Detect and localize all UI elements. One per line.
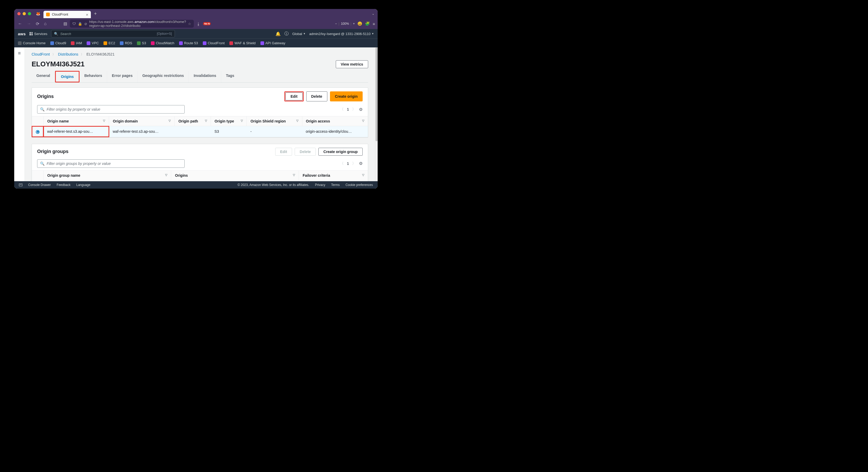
- col-origin-shield[interactable]: Origin Shield region▽: [247, 117, 302, 126]
- aws-search[interactable]: 🔍 Search [Option+S]: [51, 30, 175, 37]
- search-icon: 🔍: [40, 161, 44, 166]
- groups-filter-input[interactable]: 🔍 Filter origin groups by property or va…: [37, 159, 185, 168]
- tab-origins[interactable]: Origins: [56, 72, 79, 82]
- origin-row[interactable]: waf-referer-test.s3.ap-sou… waf-referer-…: [32, 126, 368, 137]
- notification-badge[interactable]: No N: [203, 22, 211, 25]
- services-menu[interactable]: Services: [30, 32, 48, 36]
- cookie-link[interactable]: Cookie preferences: [345, 183, 373, 187]
- language-link[interactable]: Language: [76, 183, 90, 187]
- nav-forward-icon[interactable]: →: [26, 20, 32, 27]
- filter-placeholder: Filter origins by property or value: [46, 107, 100, 112]
- svc-route53[interactable]: Route 53: [179, 41, 198, 45]
- drawer-icon[interactable]: [19, 184, 22, 186]
- tabs-overflow-icon[interactable]: ⌄: [372, 12, 374, 15]
- tab-general[interactable]: General: [32, 71, 55, 83]
- col-origin-name[interactable]: Origin name▽: [43, 117, 109, 126]
- zoom-out-button[interactable]: −: [335, 22, 337, 26]
- col-origin-path[interactable]: Origin path▽: [175, 117, 211, 126]
- notifications-icon[interactable]: 🔔: [276, 31, 281, 36]
- settings-icon[interactable]: ⚙: [359, 107, 363, 112]
- console-drawer-link[interactable]: Console Drawer: [28, 183, 51, 187]
- svc-vpc[interactable]: VPC: [87, 41, 99, 45]
- help-icon[interactable]: ⓘ: [284, 31, 289, 37]
- col-origin-type[interactable]: Origin type▽: [211, 117, 247, 126]
- delete-origin-button[interactable]: Delete: [306, 91, 327, 101]
- tab-invalidations[interactable]: Invalidations: [189, 71, 221, 83]
- privacy-link[interactable]: Privacy: [315, 183, 325, 187]
- nav-back-icon[interactable]: ←: [17, 20, 23, 27]
- scrollbar[interactable]: [375, 48, 378, 181]
- svc-s3[interactable]: S3: [137, 41, 146, 45]
- origin-groups-heading: Origin groups: [37, 149, 68, 154]
- url-field[interactable]: 🛡 🔒 ⊘ https://us-east-1.console.aws.amaz…: [70, 20, 194, 28]
- origin-groups-panel: Origin groups Edit Delete Create origin …: [32, 144, 368, 182]
- crumb-distributions[interactable]: Distributions: [58, 52, 78, 56]
- page-prev-icon[interactable]: 〈: [340, 161, 344, 166]
- nav-reload-icon[interactable]: ⟳: [35, 20, 40, 27]
- region-label: Global: [292, 32, 302, 36]
- cloudfront-icon: [46, 13, 50, 16]
- reader-icon[interactable]: ▤: [63, 21, 67, 26]
- zoom-in-button[interactable]: +: [353, 22, 355, 26]
- col-group-origins[interactable]: Origins▽: [171, 170, 299, 180]
- region-selector[interactable]: Global ▼: [292, 32, 306, 36]
- services-label: Services: [34, 32, 48, 36]
- crumb-cloudfront[interactable]: CloudFront: [32, 52, 50, 56]
- extensions-icon[interactable]: 🧩: [365, 21, 370, 26]
- side-nav-toggle[interactable]: ≡: [14, 48, 25, 181]
- bookmark-icon[interactable]: ☆: [188, 22, 191, 26]
- delete-group-button: Delete: [295, 148, 316, 156]
- cell-origin-path: [175, 126, 211, 137]
- zoom-controls: − | 100% | +: [335, 22, 355, 26]
- caret-down-icon: ▼: [372, 32, 374, 35]
- tab-geo[interactable]: Geographic restrictions: [137, 71, 189, 83]
- page-prev-icon[interactable]: 〈: [340, 107, 344, 112]
- firefox-icon: 🦊: [36, 11, 40, 16]
- row-radio[interactable]: [36, 130, 39, 134]
- new-tab-button[interactable]: +: [94, 11, 97, 17]
- origins-heading: Origins: [37, 94, 54, 99]
- permissions-icon[interactable]: ⊘: [84, 22, 87, 26]
- tab-behaviors[interactable]: Behaviors: [80, 71, 107, 83]
- tab-error-pages[interactable]: Error pages: [107, 71, 138, 83]
- create-group-button[interactable]: Create origin group: [318, 148, 363, 156]
- nav-home-icon[interactable]: ⌂: [43, 20, 48, 27]
- origins-filter-input[interactable]: 🔍 Filter origins by property or value: [37, 105, 185, 114]
- col-failover[interactable]: Failover criteria▽: [299, 170, 368, 180]
- groups-table: Origin group name▽ Origins▽ Failover cri…: [32, 170, 368, 181]
- account-menu[interactable]: admin2/lxy-Isengard @ 1331-2906-5110 ▼: [309, 32, 374, 36]
- page-next-icon[interactable]: 〉: [352, 161, 356, 166]
- svc-cloudwatch[interactable]: CloudWatch: [151, 41, 174, 45]
- window-minimize[interactable]: [23, 12, 26, 15]
- tab-close-icon[interactable]: ×: [86, 12, 88, 17]
- svc-rds[interactable]: RDS: [120, 41, 132, 45]
- svc-waf[interactable]: WAF & Shield: [229, 41, 255, 45]
- col-origin-access[interactable]: Origin access▽: [302, 117, 368, 126]
- create-origin-button[interactable]: Create origin: [330, 91, 363, 101]
- svc-apigateway[interactable]: API Gateway: [260, 41, 285, 45]
- cell-origin-type: S3: [211, 126, 247, 137]
- col-group-name[interactable]: Origin group name▽: [43, 170, 171, 180]
- svc-ec2[interactable]: EC2: [103, 41, 115, 45]
- col-origin-domain[interactable]: Origin domain▽: [109, 117, 175, 126]
- view-metrics-button[interactable]: View metrics: [336, 60, 368, 68]
- window-close[interactable]: [18, 12, 21, 15]
- tab-tags[interactable]: Tags: [221, 71, 239, 83]
- aws-logo[interactable]: aws: [18, 32, 26, 36]
- feedback-link[interactable]: Feedback: [57, 183, 70, 187]
- svc-iam[interactable]: IAM: [71, 41, 82, 45]
- edit-origin-button[interactable]: Edit: [285, 92, 302, 100]
- app-menu-icon[interactable]: ≡: [373, 22, 375, 26]
- profile-icon[interactable]: 😄: [358, 21, 362, 26]
- browser-tab[interactable]: CloudFront ×: [43, 11, 91, 18]
- copyright: © 2023, Amazon Web Services, Inc. or its…: [238, 183, 309, 187]
- window-maximize[interactable]: [28, 12, 31, 15]
- svc-cloudfront[interactable]: CloudFront: [203, 41, 225, 45]
- settings-icon[interactable]: ⚙: [359, 161, 363, 166]
- shield-icon[interactable]: 🛡: [72, 22, 76, 26]
- terms-link[interactable]: Terms: [331, 183, 340, 187]
- svc-console-home[interactable]: Console Home: [18, 41, 45, 45]
- downloads-icon[interactable]: ⭳: [196, 22, 200, 26]
- page-next-icon[interactable]: 〉: [352, 107, 356, 112]
- svc-cloud9[interactable]: Cloud9: [50, 41, 66, 45]
